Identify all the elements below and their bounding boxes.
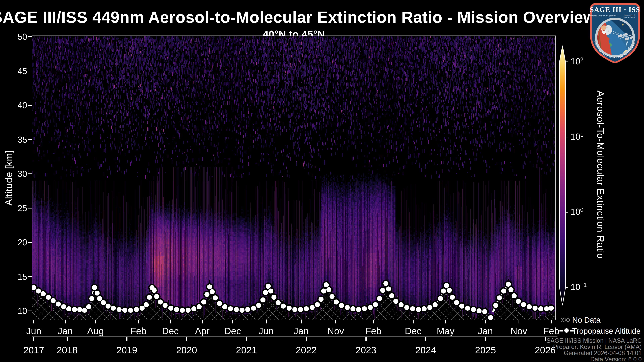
x-axis-month-tick [373,320,374,324]
x-axis-month-tick [232,320,233,324]
x-axis-month-tick [485,320,486,324]
sage-mission-overview-page: SAGE III/ISS 449nm Aerosol-to-Molecular … [0,0,644,362]
y-axis-tick [28,105,32,106]
y-axis-tick-label: 35 [9,135,27,145]
page-title: SAGE III/ISS 449nm Aerosol-to-Molecular … [0,8,596,26]
timeline-year-tick [545,337,546,341]
timeline-year-label: 2018 [57,345,78,356]
x-axis-month-label: Dec [224,326,241,336]
x-axis-month-label: Dec [405,326,422,336]
y-axis-tick [28,36,32,37]
x-axis-month-label: Jun [258,326,274,336]
timeline-year-tick [485,337,486,341]
x-axis-month-tick [65,320,66,324]
y-axis-tick-label: 50 [9,32,27,42]
timeline-year-tick [126,337,128,341]
x-axis-month-label: Jan [478,326,493,336]
y-axis-tick-label: 20 [9,237,27,247]
y-axis-tick-label: 30 [9,169,27,179]
timeline-year-label: 2024 [415,345,436,356]
y-axis-tick [28,139,32,140]
x-axis-month-label: Dec [162,326,179,336]
timeline-year-tick [33,337,34,341]
x-axis-month-tick [138,320,139,324]
x-axis-month-label: Jun [26,326,41,336]
timeline-year-tick [246,337,247,341]
no-data-legend-icon [560,316,572,324]
y-axis-tick-label: 15 [9,272,27,282]
y-axis-tick-label: 25 [9,203,27,213]
timeline-year-label: 2022 [296,345,317,356]
y-axis-tick-label: 45 [9,66,27,76]
x-axis-month-tick [336,320,336,324]
footer-credits: SAGE III/ISS Mission | NASA LaRC Prepare… [546,338,642,362]
colorbar-tick-label: 100 [570,206,584,217]
logo-caption-right-2: Space Station [623,16,635,18]
x-axis-month-tick [413,320,414,324]
y-axis-tick-label: 40 [9,100,27,110]
x-axis-month-tick [551,320,552,324]
y-axis-tick [28,242,32,243]
logo-title: SAGE III · ISS [590,6,640,13]
colorbar-tick-label: 101 [570,131,584,142]
tropopause-legend-label: Tropopause Altitude [572,327,640,336]
y-axis-tick-label: 10 [9,306,27,316]
tropopause-legend-icon [560,327,574,335]
footer-preparer: Preparer: Kevin R. Leavor (AMA) [546,344,642,350]
timeline-year-label: 2019 [116,345,137,356]
timeline-year-tick [306,337,307,341]
x-axis-month-tick [445,320,446,324]
logo-caption-left: Stratospheric Aerosol and Gas Experiment… [589,15,616,17]
x-axis-month-tick [95,320,96,324]
heatmap-plot-area [32,35,556,320]
y-axis-tick [28,208,32,209]
x-axis-month-label: Feb [543,326,560,336]
colorbar [552,40,587,312]
x-axis-month-tick [202,320,203,324]
colorbar-axis-label: Aerosol-To-Molecular Extinction Ratio [595,90,606,259]
timeline-year-label: 2017 [23,345,44,356]
y-axis-tick [28,173,32,174]
footer-generated: Generated 2026-04-08 14:01 [546,350,642,356]
timeline-year-label: 2020 [176,345,197,356]
x-axis-month-label: Nov [327,326,344,336]
colorbar-tick-label: 10−1 [570,282,587,292]
x-axis-month-label: Feb [365,326,382,336]
logo-caption-right-1: International [624,14,634,16]
timeline-year-tick [66,337,68,341]
colorbar-tick-label: 102 [570,56,584,66]
x-axis-month-tick [301,320,302,324]
x-axis-month-label: Aug [87,326,104,336]
timeline-year-tick [425,337,426,341]
x-axis-month-label: Feb [130,326,146,336]
colorbar-gradient-bar [560,45,566,305]
x-axis-month-label: Apr [195,326,210,336]
sage-iii-iss-logo: SAGE III · ISS Stratospheric Aerosol and… [587,1,643,65]
footer-data-version: Data Version: 6.0.0 [546,356,642,362]
x-axis-month-label: May [437,326,454,336]
y-axis-tick [28,71,32,71]
x-axis-month-label: Jan [294,326,309,336]
year-timeline-axis [32,337,558,337]
timeline-year-tick [186,337,187,341]
y-axis-tick [28,311,32,311]
x-axis-month-tick [266,320,267,324]
timeline-year-label: 2023 [356,345,376,356]
no-data-legend-label: No Data [572,316,600,325]
timeline-year-label: 2025 [475,345,496,356]
x-axis-month-label: Jan [58,326,72,336]
timeline-year-tick [366,337,366,341]
x-axis-month-tick [170,320,171,324]
x-axis-month-label: Nov [510,326,527,336]
footer-mission: SAGE III/ISS Mission | NASA LaRC [546,338,642,344]
timeline-year-label: 2026 [535,345,556,356]
x-axis-month-tick [518,320,520,324]
extinction-ratio-heatmap-canvas [32,36,556,320]
y-axis-tick [28,276,32,277]
x-axis-month-tick [33,320,34,324]
timeline-year-label: 2021 [236,345,257,356]
